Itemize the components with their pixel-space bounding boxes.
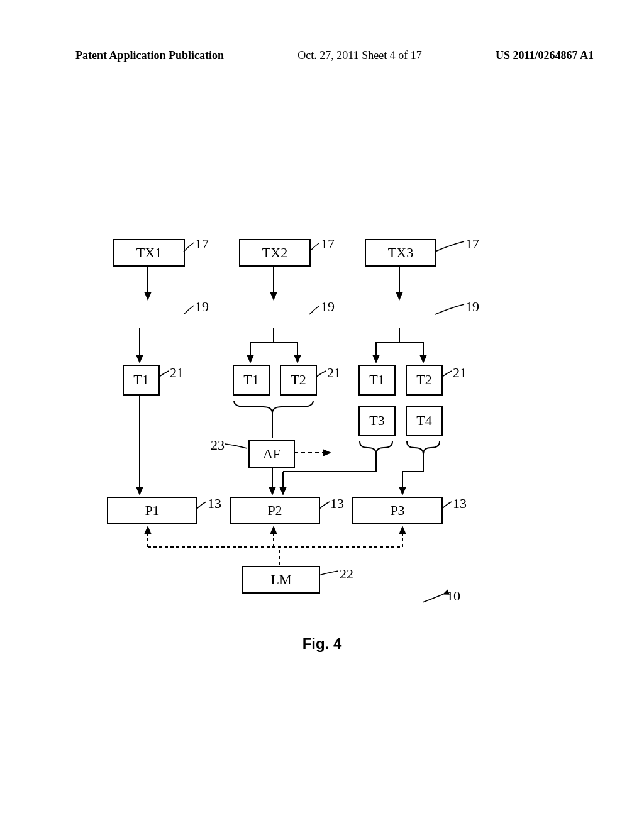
header-mid: Oct. 27, 2011 Sheet 4 of 17 bbox=[297, 49, 421, 62]
header-left: Patent Application Publication bbox=[75, 49, 224, 62]
diagram-figure-4: SC-AP1 SC-AP2 SC-AP3 TX1 TX2 TX3 T1 T1 T… bbox=[88, 239, 491, 616]
figure-caption: Fig. 4 bbox=[0, 635, 644, 653]
header-right: US 2011/0264867 A1 bbox=[496, 49, 594, 62]
diagram-arrows bbox=[88, 239, 491, 616]
page-header: Patent Application Publication Oct. 27, … bbox=[0, 49, 644, 62]
